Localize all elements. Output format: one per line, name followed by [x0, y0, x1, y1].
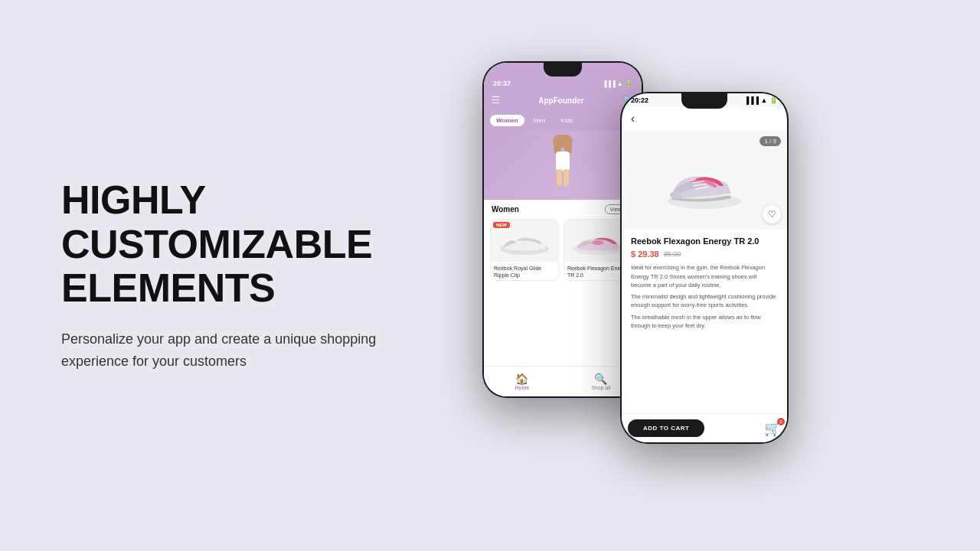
status-icons-back: ▐▐▐ ▲ 🔋 — [603, 80, 632, 87]
nav-home-label: Home — [515, 385, 530, 390]
phone-front-screen: 20:22 ▐▐▐ ▲ 🔋 ‹ — [622, 93, 787, 442]
page-subtext: Personalize your app and create a unique… — [61, 328, 398, 373]
svg-rect-5 — [557, 169, 562, 186]
svg-rect-4 — [556, 152, 570, 171]
cart-icon-button[interactable]: 🛒 1 — [764, 420, 781, 437]
notch-back — [544, 63, 582, 77]
description-3: The breathable mesh in the upper allows … — [631, 313, 778, 331]
description-1: Ideal for exercising in the gym, the Ree… — [631, 263, 778, 289]
back-button[interactable]: ‹ — [622, 107, 787, 130]
nav-shop-all[interactable]: 🔍 Shop all — [591, 373, 610, 390]
shopall-icon: 🔍 — [591, 373, 610, 385]
tab-kids[interactable]: Kids — [554, 115, 579, 126]
price-current: $ 29.38 — [631, 249, 659, 259]
time-front: 20:22 — [631, 96, 648, 104]
phones-section: 20:37 ▐▐▐ ▲ 🔋 ☰ AppFounder 🔍 Women Men K… — [459, 0, 980, 551]
hamburger-icon[interactable]: ☰ — [492, 95, 500, 106]
product-name-1: Reebok Royal Glide Ripple Clip — [491, 262, 558, 280]
svg-rect-6 — [564, 169, 569, 186]
category-tabs: Women Men Kids — [484, 110, 642, 131]
section-header: Women View All — [484, 200, 642, 216]
section-title: Women — [492, 205, 519, 214]
product-image-area: 1 / 3 ♡ — [622, 130, 787, 230]
wishlist-button[interactable]: ♡ — [763, 205, 781, 223]
cart-badge: 1 — [777, 418, 785, 425]
notch-front — [681, 93, 727, 109]
page-headline: HIGHLY CUSTOMIZABLE ELEMENTS — [61, 178, 398, 310]
time-back: 20:37 — [493, 80, 511, 87]
description-2: The minimalist design and lightweight cu… — [631, 292, 778, 310]
product-sneaker-image — [662, 149, 746, 210]
detail-product-name: Reebok Flexagon Energy TR 2.0 — [631, 236, 778, 246]
image-counter: 1 / 3 — [760, 136, 781, 146]
app-logo: AppFounder — [538, 96, 583, 105]
left-content: HIGHLY CUSTOMIZABLE ELEMENTS Personalize… — [0, 132, 459, 418]
hero-banner — [484, 131, 642, 200]
add-to-cart-button[interactable]: ADD TO CART — [628, 419, 704, 437]
home-icon: 🏠 — [515, 373, 530, 385]
nav-home[interactable]: 🏠 Home — [515, 373, 530, 390]
phone-front: 20:22 ▐▐▐ ▲ 🔋 ‹ — [620, 92, 789, 444]
nav-shopall-label: Shop all — [591, 385, 610, 390]
detail-content: Reebok Flexagon Energy TR 2.0 $ 29.38 35… — [622, 230, 787, 339]
app-header: ☰ AppFounder 🔍 — [484, 90, 642, 110]
product-card-1[interactable]: NEW Reebok Royal Glide Ripple Clip — [490, 219, 559, 281]
price-row: $ 29.38 35.00 — [631, 249, 778, 259]
shoe-svg-2 — [571, 226, 625, 256]
phone-back-screen: 20:37 ▐▐▐ ▲ 🔋 ☰ AppFounder 🔍 Women Men K… — [484, 63, 642, 396]
tab-men[interactable]: Men — [528, 115, 552, 126]
add-to-cart-bar: ADD TO CART 🛒 1 — [622, 413, 787, 442]
products-row: NEW Reebok Royal Glide Ripple Clip — [484, 216, 642, 284]
phone-back: 20:37 ▐▐▐ ▲ 🔋 ☰ AppFounder 🔍 Women Men K… — [482, 61, 643, 398]
woman-figure — [542, 135, 584, 196]
new-badge: NEW — [493, 222, 510, 228]
price-old: 35.00 — [664, 250, 681, 258]
svg-point-11 — [670, 191, 682, 199]
status-icons-front: ▐▐▐ ▲ 🔋 — [744, 96, 778, 104]
svg-point-9 — [592, 240, 604, 245]
shoe-svg-1 — [498, 226, 551, 256]
bottom-nav: 🏠 Home 🔍 Shop all — [484, 366, 642, 396]
tab-women[interactable]: Women — [490, 115, 524, 126]
